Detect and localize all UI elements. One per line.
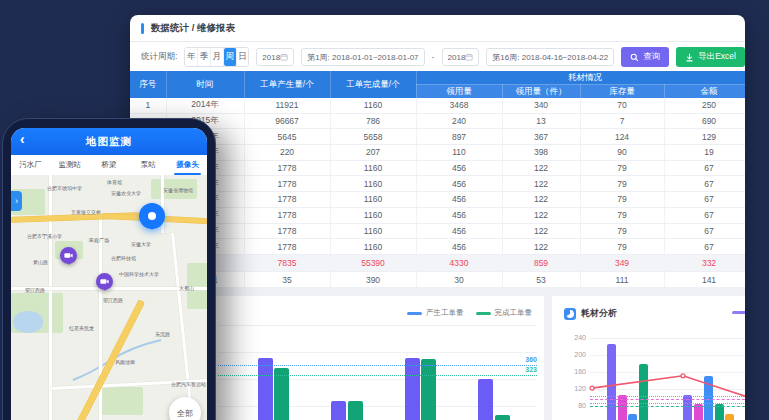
map-label: 红星美凯龙: [69, 325, 94, 331]
table-cell: 67: [664, 223, 745, 239]
table-cell: 96667: [244, 113, 330, 129]
camera-pin[interactable]: [60, 247, 77, 264]
selected-camera-pin[interactable]: [139, 203, 165, 229]
table-cell: 456: [416, 160, 502, 176]
table-row[interactable]: 42017年2202071103989019: [130, 145, 745, 161]
breadcrumb: 数据统计 / 维修报表: [151, 22, 235, 35]
table-cell: 7: [580, 113, 664, 129]
tab-污水厂[interactable]: 污水厂: [11, 155, 50, 175]
table-row[interactable]: 102023年177811604561227967: [130, 239, 745, 255]
legend-marker: [476, 312, 491, 315]
table-cell: 1778: [244, 192, 330, 208]
panel-expander-button[interactable]: ›: [11, 191, 22, 211]
period-option-周[interactable]: 周: [224, 48, 237, 66]
table-row[interactable]: 12014年119211160346834070250: [130, 98, 745, 113]
bar-produce[interactable]: [258, 358, 273, 420]
export-excel-button[interactable]: 导出Excel: [676, 47, 745, 67]
total-cell: 349: [580, 254, 664, 271]
legend-label: 完成工单量: [495, 308, 533, 318]
period-label: 统计周期:: [141, 51, 177, 63]
end-year-select[interactable]: 2018: [442, 48, 480, 66]
table-cell: 110: [416, 145, 502, 161]
tab-桥梁[interactable]: 桥梁: [89, 155, 128, 175]
table-row[interactable]: 62019年177811604561227967: [130, 176, 745, 192]
table-cell: 67: [664, 207, 745, 223]
legend-item[interactable]: 产生工单量: [407, 308, 464, 318]
table-cell: 122: [502, 160, 580, 176]
start-week-input[interactable]: 第1周: 2018-01-01~2018-01-07: [301, 48, 424, 66]
table-cell: 79: [580, 176, 664, 192]
total-cell: 332: [664, 254, 745, 271]
table-cell: 13: [502, 113, 580, 129]
table-cell: 67: [664, 192, 745, 208]
map-label: 合肥科技馆: [111, 255, 136, 261]
table-cell: 1778: [244, 160, 330, 176]
table-cell: 79: [580, 192, 664, 208]
table-cell: 690: [664, 113, 745, 129]
tab-泵站[interactable]: 泵站: [129, 155, 168, 175]
camera-pin[interactable]: [96, 273, 113, 290]
table-cell: 67: [664, 239, 745, 255]
table-cell: 3468: [416, 98, 502, 113]
table-row[interactable]: 82021年177811604561227967: [130, 207, 745, 223]
table-row[interactable]: 32016年56455658897367124129: [130, 129, 745, 145]
bar-produce[interactable]: [405, 358, 420, 420]
table-cell: 1: [130, 98, 166, 113]
reference-value: 323: [525, 366, 537, 373]
bar-complete[interactable]: [421, 359, 436, 420]
workorder-chart-legend: 产生工单量完成工单量: [407, 308, 532, 318]
end-week-input[interactable]: 第16周: 2018-04-16~2018-04-22: [486, 48, 614, 66]
table-cell: 1778: [244, 239, 330, 255]
start-year-select[interactable]: 2018: [256, 48, 294, 66]
table-cell: 70: [580, 98, 664, 113]
average-cell: 35: [244, 271, 330, 288]
table-cell: 90: [580, 145, 664, 161]
period-option-月[interactable]: 月: [211, 48, 224, 66]
chevron-right-icon: ›: [15, 196, 18, 206]
period-option-日[interactable]: 日: [237, 48, 249, 66]
legend-item[interactable]: 完成工单量: [476, 308, 533, 318]
table-cell: 5645: [244, 129, 330, 145]
table-row[interactable]: 22015年96667786240137690: [130, 113, 745, 129]
period-option-年[interactable]: 年: [185, 48, 198, 66]
tab-监测站[interactable]: 监测站: [50, 155, 89, 175]
bar-complete[interactable]: [348, 401, 363, 420]
table-cell: 1160: [330, 176, 416, 192]
table-cell: 367: [502, 129, 580, 145]
period-option-季[interactable]: 季: [198, 48, 211, 66]
table-cell: 5658: [330, 129, 416, 145]
dashboard-window: 数据统计 / 维修报表 统计周期: 年季月周日 2018 第1周: 2018-0…: [130, 15, 745, 420]
bar-produce[interactable]: [478, 379, 493, 420]
map-view[interactable]: 合肥市琥珀中学体育馆安徽农业大学安徽省博物馆五里墩立交桥合肥市宁溪小学翠庭广场安…: [11, 175, 207, 420]
table-row[interactable]: 72020年177811604561227967: [130, 192, 745, 208]
map-label: 东流路: [155, 331, 170, 337]
query-button[interactable]: 查询: [621, 47, 669, 67]
map-label: 安徽大学: [131, 241, 151, 247]
table-header-row: 序号时间工单产生量/个工单完成量/个耗材情况: [130, 71, 745, 85]
table-row[interactable]: 52018年177811604561227967: [130, 160, 745, 176]
table-row[interactable]: 92022年177811604561227967: [130, 223, 745, 239]
bar-complete[interactable]: [495, 415, 510, 420]
back-icon[interactable]: ‹: [20, 131, 25, 147]
search-icon: [630, 53, 639, 62]
bar-complete[interactable]: [274, 368, 289, 420]
phone-screen: ‹ 地图监测 污水厂监测站桥梁泵站摄像头: [11, 128, 207, 420]
map-label: 安徽农业大学: [111, 190, 141, 196]
map-label: 中国科学技术大学: [119, 271, 159, 277]
bar-produce[interactable]: [331, 401, 346, 420]
app-header: ‹ 地图监测: [11, 128, 207, 155]
table-cell: 897: [416, 129, 502, 145]
period-segmented-control[interactable]: 年季月周日: [184, 47, 249, 67]
map-label: 合肥汽车客运站: [171, 381, 206, 387]
table-cell: 122: [502, 176, 580, 192]
page-background: 数据统计 / 维修报表 统计周期: 年季月周日 2018 第1周: 2018-0…: [0, 0, 769, 420]
filter-bar: 统计周期: 年季月周日 2018 第1周: 2018-01-01~2018-01…: [130, 42, 745, 72]
total-cell: 7835: [244, 254, 330, 271]
column-header: 序号: [130, 71, 166, 98]
table-cell: 1160: [330, 239, 416, 255]
average-cell: 390: [330, 271, 416, 288]
end-year-value: 2018: [448, 53, 466, 62]
query-button-label: 查询: [643, 51, 660, 63]
tab-摄像头[interactable]: 摄像头: [168, 155, 207, 175]
table-cell: 122: [502, 192, 580, 208]
